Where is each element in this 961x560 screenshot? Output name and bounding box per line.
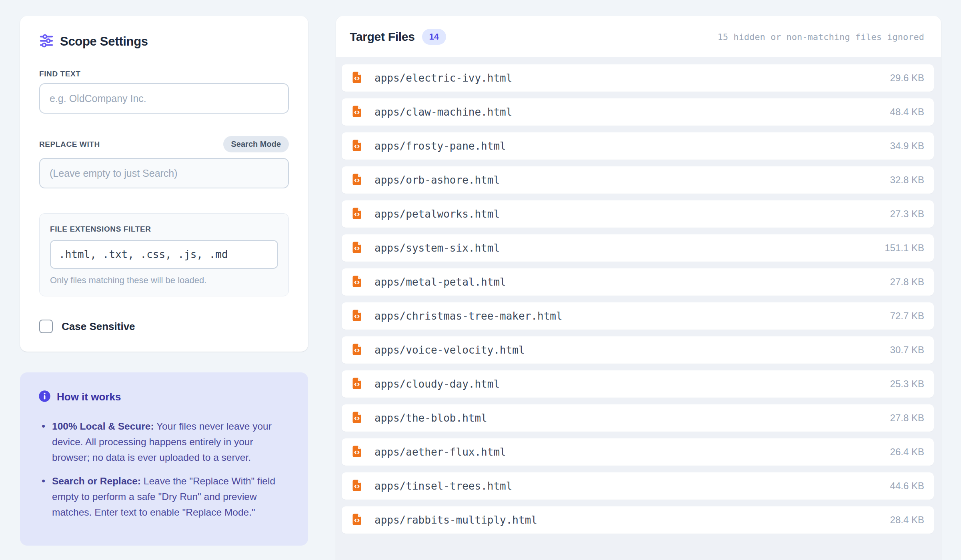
file-name: apps/metal-petal.html <box>374 276 506 288</box>
file-row[interactable]: apps/system-six.html 151.1 KB <box>342 234 934 262</box>
replace-with-label: REPLACE WITH <box>39 140 100 149</box>
file-row[interactable]: apps/cloudy-day.html 25.3 KB <box>342 370 934 398</box>
file-code-icon <box>351 343 362 357</box>
file-row[interactable]: apps/frosty-pane.html 34.9 KB <box>342 132 934 160</box>
left-column: Scope Settings FIND TEXT REPLACE WITH Se… <box>20 16 308 546</box>
scope-settings-header: Scope Settings <box>39 34 289 50</box>
bullet-lead: Search or Replace: <box>52 476 141 486</box>
file-size: 30.7 KB <box>890 344 924 356</box>
file-code-icon <box>351 71 362 85</box>
file-code-icon <box>351 513 362 527</box>
file-name: apps/cloudy-day.html <box>374 378 500 390</box>
target-files-header: Target Files 14 15 hidden or non-matchin… <box>336 16 941 57</box>
file-row[interactable]: apps/orb-ashore.html 32.8 KB <box>342 166 934 194</box>
file-size: 27.3 KB <box>890 208 924 220</box>
file-code-icon <box>351 241 362 255</box>
file-size: 29.6 KB <box>890 72 924 84</box>
file-code-icon <box>351 173 362 187</box>
file-size: 48.4 KB <box>890 106 924 118</box>
target-files-card: Target Files 14 15 hidden or non-matchin… <box>336 16 941 560</box>
file-row[interactable]: apps/electric-ivy.html 29.6 KB <box>342 64 934 92</box>
file-size: 26.4 KB <box>890 446 924 458</box>
extensions-filter-helper: Only files matching these will be loaded… <box>50 275 278 286</box>
file-code-icon <box>351 139 362 153</box>
file-name: apps/the-blob.html <box>374 412 487 424</box>
file-code-icon <box>351 105 362 119</box>
page-layout: Scope Settings FIND TEXT REPLACE WITH Se… <box>0 0 961 560</box>
file-name: apps/system-six.html <box>374 242 500 254</box>
replace-with-input[interactable] <box>39 158 289 188</box>
case-sensitive-label[interactable]: Case Sensitive <box>62 320 135 333</box>
how-it-works-bullet: 100% Local & Secure: Your files never le… <box>38 418 290 465</box>
file-name: apps/orb-ashore.html <box>374 174 500 186</box>
replace-with-row: REPLACE WITH Search Mode <box>39 136 289 152</box>
how-it-works-list: 100% Local & Secure: Your files never le… <box>38 418 290 520</box>
file-row[interactable]: apps/tinsel-trees.html 44.6 KB <box>342 472 934 500</box>
file-code-icon <box>351 377 362 391</box>
how-it-works-header: How it works <box>38 390 290 404</box>
file-count-badge: 14 <box>422 29 446 45</box>
file-row[interactable]: apps/the-blob.html 27.8 KB <box>342 404 934 432</box>
search-mode-badge: Search Mode <box>223 136 289 152</box>
file-code-icon <box>351 445 362 459</box>
file-name: apps/rabbits-multiply.html <box>374 514 537 526</box>
file-code-icon <box>351 479 362 493</box>
file-row[interactable]: apps/claw-machine.html 48.4 KB <box>342 98 934 126</box>
case-sensitive-row: Case Sensitive <box>39 320 289 333</box>
file-size: 27.8 KB <box>890 412 924 424</box>
file-size: 32.8 KB <box>890 174 924 186</box>
file-size: 151.1 KB <box>885 242 924 254</box>
file-code-icon <box>351 275 362 289</box>
info-icon <box>38 390 51 404</box>
file-name: apps/claw-machine.html <box>374 106 512 118</box>
how-it-works-title: How it works <box>57 391 121 403</box>
file-size: 27.8 KB <box>890 276 924 288</box>
file-code-icon <box>351 309 362 323</box>
sliders-icon <box>39 34 54 50</box>
file-name: apps/voice-velocity.html <box>374 344 525 356</box>
case-sensitive-checkbox[interactable] <box>39 320 53 333</box>
file-code-icon <box>351 207 362 221</box>
file-code-icon <box>351 411 362 425</box>
file-name: apps/christmas-tree-maker.html <box>374 310 563 322</box>
file-name: apps/tinsel-trees.html <box>374 480 512 492</box>
extensions-filter-input[interactable] <box>50 240 278 269</box>
file-row[interactable]: apps/metal-petal.html 27.8 KB <box>342 268 934 296</box>
file-name: apps/aether-flux.html <box>374 446 506 458</box>
file-name: apps/electric-ivy.html <box>374 72 512 84</box>
extensions-filter-box: FILE EXTENSIONS FILTER Only files matchi… <box>39 213 289 296</box>
file-row[interactable]: apps/christmas-tree-maker.html 72.7 KB <box>342 302 934 330</box>
how-it-works-panel: How it works 100% Local & Secure: Your f… <box>20 372 308 546</box>
extensions-filter-label: FILE EXTENSIONS FILTER <box>50 225 278 234</box>
scope-settings-card: Scope Settings FIND TEXT REPLACE WITH Se… <box>20 16 308 352</box>
file-size: 72.7 KB <box>890 310 924 322</box>
file-size: 25.3 KB <box>890 378 924 390</box>
file-name: apps/petalworks.html <box>374 208 500 220</box>
file-size: 44.6 KB <box>890 480 924 492</box>
find-text-input[interactable] <box>39 83 289 114</box>
bullet-lead: 100% Local & Secure: <box>52 421 154 432</box>
file-size: 28.4 KB <box>890 514 924 526</box>
file-row[interactable]: apps/aether-flux.html 26.4 KB <box>342 438 934 466</box>
scope-settings-title: Scope Settings <box>60 34 148 49</box>
right-column: Target Files 14 15 hidden or non-matchin… <box>336 16 941 560</box>
file-row[interactable]: apps/rabbits-multiply.html 28.4 KB <box>342 506 934 534</box>
file-name: apps/frosty-pane.html <box>374 140 506 152</box>
ignored-files-note: 15 hidden or non-matching files ignored <box>717 32 924 42</box>
file-row[interactable]: apps/voice-velocity.html 30.7 KB <box>342 336 934 364</box>
file-row[interactable]: apps/petalworks.html 27.3 KB <box>342 200 934 228</box>
file-list: apps/electric-ivy.html 29.6 KB apps/claw… <box>336 57 941 560</box>
file-size: 34.9 KB <box>890 140 924 152</box>
target-files-title: Target Files <box>350 30 415 44</box>
find-text-label: FIND TEXT <box>39 70 289 78</box>
how-it-works-bullet: Search or Replace: Leave the "Replace Wi… <box>38 473 290 520</box>
